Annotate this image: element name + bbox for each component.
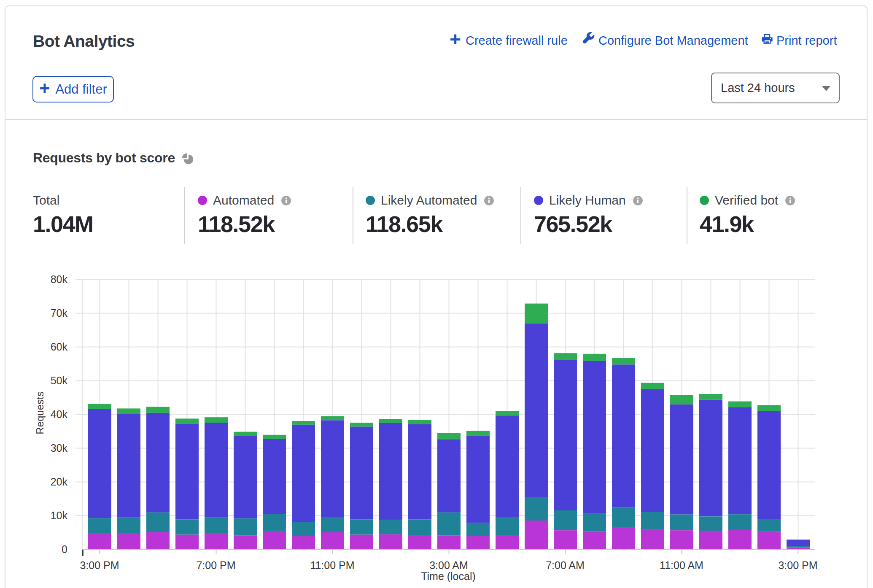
svg-text:11:00 AM: 11:00 AM: [660, 559, 703, 571]
svg-text:Time (local): Time (local): [421, 570, 476, 582]
svg-text:20k: 20k: [51, 476, 68, 488]
svg-text:50k: 50k: [51, 375, 68, 386]
svg-text:10k: 10k: [51, 510, 68, 521]
svg-text:7:00 PM: 7:00 PM: [196, 559, 235, 571]
svg-text:Requests: Requests: [34, 391, 46, 434]
svg-text:11:00 PM: 11:00 PM: [310, 559, 354, 571]
svg-text:3:00 PM: 3:00 PM: [80, 559, 119, 571]
svg-text:80k: 80k: [51, 273, 68, 285]
svg-text:30k: 30k: [51, 442, 68, 454]
svg-text:7:00 AM: 7:00 AM: [546, 559, 585, 571]
svg-text:70k: 70k: [51, 307, 68, 319]
svg-text:3:00 PM: 3:00 PM: [778, 559, 817, 571]
svg-text:0: 0: [62, 543, 67, 555]
svg-text:40k: 40k: [51, 408, 68, 420]
svg-text:3:00 AM: 3:00 AM: [429, 559, 468, 571]
svg-text:60k: 60k: [51, 341, 68, 353]
